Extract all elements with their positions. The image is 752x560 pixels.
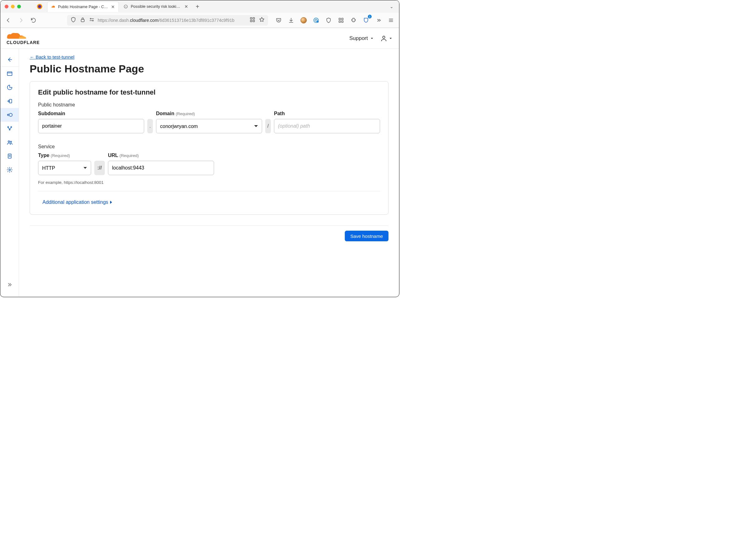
svg-rect-5 xyxy=(81,19,84,22)
slash-separator: / xyxy=(265,119,271,133)
bitwarden-icon[interactable]: 1 xyxy=(362,16,370,25)
tracking-protection-icon[interactable] xyxy=(312,16,321,25)
nav-back-button[interactable] xyxy=(4,16,13,25)
sidebar-item-ingress[interactable] xyxy=(0,94,19,108)
svg-rect-11 xyxy=(253,18,255,19)
new-tab-button[interactable]: + xyxy=(193,3,202,10)
overflow-icon[interactable] xyxy=(374,16,383,25)
svg-rect-28 xyxy=(7,72,12,76)
sidebar-back-button[interactable] xyxy=(0,53,19,67)
account-avatar[interactable] xyxy=(299,16,308,25)
firefox-icon xyxy=(37,3,43,10)
tab-inactive[interactable]: Possible security risk looking up ✕ xyxy=(120,1,192,12)
ublock-icon[interactable] xyxy=(324,16,333,25)
bookmark-star-icon[interactable] xyxy=(259,17,265,24)
address-bar[interactable]: https://one.dash.cloudflare.com/6d361513… xyxy=(67,15,268,26)
svg-rect-19 xyxy=(339,18,341,20)
sidebar-item-logs[interactable] xyxy=(0,149,19,163)
page-title: Public Hostname Page xyxy=(29,63,388,75)
tab-active[interactable]: Public Hostname Page - Cloudfl ✕ xyxy=(47,2,119,12)
sidebar-item-analytics[interactable] xyxy=(0,81,19,94)
sidebar-item-tunnels[interactable] xyxy=(0,108,19,122)
svg-point-6 xyxy=(90,18,91,19)
save-hostname-button[interactable]: Save hostname xyxy=(345,231,388,241)
window-zoom-button[interactable] xyxy=(17,5,21,8)
tab-close-icon[interactable]: ✕ xyxy=(110,4,116,9)
svg-rect-20 xyxy=(342,18,343,20)
tab-title: Possible security risk looking up xyxy=(131,4,181,9)
svg-point-39 xyxy=(8,141,10,142)
svg-point-40 xyxy=(10,141,12,142)
app-grid-icon[interactable] xyxy=(337,16,345,25)
type-label: Type (Required) xyxy=(38,153,91,158)
app-header: CLOUDFLARE Support xyxy=(0,28,399,49)
sidebar-item-overview[interactable] xyxy=(0,67,19,81)
permissions-icon[interactable] xyxy=(89,17,95,24)
hamburger-menu-icon[interactable] xyxy=(387,16,395,25)
lock-icon[interactable] xyxy=(80,17,86,24)
sidebar-item-settings[interactable] xyxy=(0,163,19,177)
service-example: For example, https://localhost:8001 xyxy=(38,180,380,185)
page-footer: Save hostname xyxy=(29,225,388,241)
info-favicon-icon xyxy=(123,4,128,9)
service-section-label: Service xyxy=(38,144,380,149)
nav-reload-button[interactable] xyxy=(29,16,38,25)
user-menu[interactable] xyxy=(380,35,393,42)
support-label: Support xyxy=(349,35,368,41)
card-title: Edit public hostname for test-tunnel xyxy=(38,88,380,97)
sidebar-expand-button[interactable] xyxy=(0,278,19,292)
user-icon xyxy=(380,35,387,42)
svg-point-26 xyxy=(383,36,385,38)
window-minimize-button[interactable] xyxy=(11,5,15,8)
subdomain-input[interactable] xyxy=(38,119,144,133)
sidebar-item-users[interactable] xyxy=(0,136,19,149)
window-close-button[interactable] xyxy=(5,5,8,8)
window-controls[interactable] xyxy=(3,5,23,8)
svg-rect-12 xyxy=(250,20,252,22)
additional-settings-label: Additional application settings xyxy=(42,199,108,205)
svg-rect-13 xyxy=(253,20,255,22)
download-icon[interactable] xyxy=(287,16,296,25)
svg-rect-22 xyxy=(342,21,343,22)
dot-separator: . xyxy=(147,119,153,133)
url-text: https://one.dash.cloudflare.com/6d361513… xyxy=(98,18,246,23)
svg-rect-41 xyxy=(8,154,11,158)
edit-hostname-card: Edit public hostname for test-tunnel Pub… xyxy=(29,81,388,215)
svg-line-37 xyxy=(8,128,10,129)
type-select[interactable]: HTTP xyxy=(38,161,91,175)
caret-down-icon xyxy=(370,36,374,41)
shield-icon[interactable] xyxy=(70,17,77,24)
tab-close-icon[interactable]: ✕ xyxy=(184,4,189,9)
domain-select[interactable]: conorjwryan.com xyxy=(156,119,262,133)
extension-badge: 1 xyxy=(368,15,372,18)
svg-point-44 xyxy=(9,169,10,171)
url-label: URL (Required) xyxy=(108,153,214,158)
path-label: Path xyxy=(274,111,380,116)
tab-list-button[interactable]: ⌄ xyxy=(387,4,396,9)
sidebar-item-routes[interactable] xyxy=(0,122,19,136)
back-link[interactable]: ← Back to test-tunnel xyxy=(29,54,74,60)
brand-wordmark: CLOUDFLARE xyxy=(6,40,40,45)
svg-rect-10 xyxy=(250,18,252,19)
svg-rect-21 xyxy=(339,21,341,22)
additional-settings-toggle[interactable]: Additional application settings xyxy=(42,199,380,205)
caret-down-icon xyxy=(388,36,393,41)
svg-point-8 xyxy=(93,20,93,21)
caret-right-icon xyxy=(110,201,112,204)
pocket-icon[interactable] xyxy=(274,16,283,25)
cloudflare-logo[interactable]: CLOUDFLARE xyxy=(6,32,40,45)
qr-icon[interactable] xyxy=(249,17,256,24)
path-input[interactable] xyxy=(274,119,380,133)
browser-tab-strip: Public Hostname Page - Cloudfl ✕ Possibl… xyxy=(0,0,399,28)
extensions-icon[interactable] xyxy=(349,16,358,25)
browser-toolbar: https://one.dash.cloudflare.com/6d361513… xyxy=(0,13,399,28)
scheme-separator: :// xyxy=(94,161,105,175)
nav-forward-button[interactable] xyxy=(17,16,25,25)
subdomain-label: Subdomain xyxy=(38,111,144,116)
url-input[interactable] xyxy=(108,161,214,175)
sidebar-nav xyxy=(0,49,19,297)
svg-point-1 xyxy=(38,5,41,8)
svg-rect-30 xyxy=(9,99,12,103)
tab-title: Public Hostname Page - Cloudfl xyxy=(58,5,108,9)
support-menu[interactable]: Support xyxy=(349,35,374,41)
